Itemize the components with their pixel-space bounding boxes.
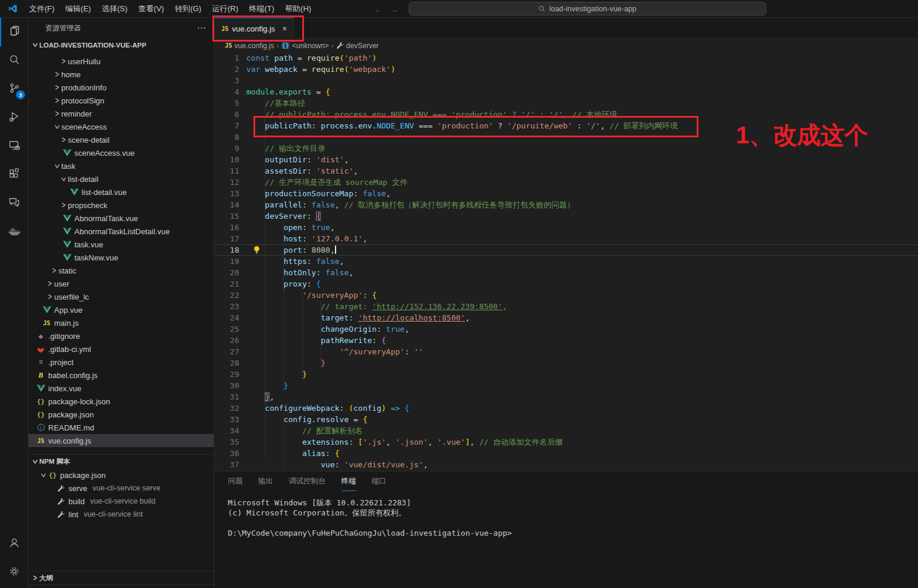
code-line-30[interactable]: 30 }	[215, 380, 918, 391]
tree-item-.gitlab-ci.yml[interactable]: .gitlab-ci.yml	[29, 342, 214, 356]
menu-item[interactable]: 选择(S)	[96, 0, 133, 18]
code-line-25[interactable]: 25 changeOrigin: true,	[215, 323, 918, 335]
tree-item-AbnormalTask.vue[interactable]: AbnormalTask.vue	[29, 212, 214, 225]
code-line-27[interactable]: 27 '^/surveryApp': ''	[215, 346, 918, 357]
code-line-9[interactable]: 9 // 输出文件目录	[215, 143, 918, 154]
code-line-28[interactable]: 28 }	[215, 357, 918, 369]
code-line-3[interactable]: 3	[215, 75, 918, 86]
code-line-22[interactable]: 22 '/surveryApp': {	[215, 290, 918, 301]
tree-item-userfilelc[interactable]: >userfile_lc	[29, 290, 214, 303]
menu-item[interactable]: 运行(R)	[206, 0, 243, 18]
code-line-15[interactable]: 15 devServer: {	[215, 210, 918, 222]
code-line-5[interactable]: 5 //基本路径	[215, 98, 918, 109]
code-line-21[interactable]: 21 proxy: {	[215, 278, 918, 290]
activity-search[interactable]	[0, 46, 29, 75]
code-line-33[interactable]: 33 config.resolve = {	[215, 414, 918, 425]
tree-item-list-detail[interactable]: >list-detail	[29, 172, 214, 185]
npm-item-lint[interactable]: lintvue-cli-service lint	[29, 508, 214, 521]
npm-item-build[interactable]: buildvue-cli-service build	[29, 495, 214, 508]
code-line-37[interactable]: 37 vue: 'vue/dist/vue.js',	[215, 459, 918, 470]
menu-item[interactable]: 帮助(H)	[280, 0, 317, 18]
code-line-11[interactable]: 11 assetsDir: 'static',	[215, 165, 918, 177]
activity-docker[interactable]	[0, 218, 29, 246]
back-arrow-icon[interactable]: ←	[374, 4, 383, 14]
tree-item-home[interactable]: >home	[29, 68, 214, 81]
npm-item-package.json[interactable]: >{}package.json	[29, 468, 214, 482]
code-line-14[interactable]: 14 parallel: false, // 取消多核打包（解决打包时有多线程任…	[215, 199, 918, 210]
tree-item-babel.config.js[interactable]: Bbabel.config.js	[29, 369, 214, 382]
npm-scripts-header[interactable]: > NPM 脚本	[29, 455, 214, 468]
code-line-24[interactable]: 24 target: 'http://localhost:8500',	[215, 312, 918, 323]
close-icon[interactable]: ×	[282, 24, 287, 33]
code-line-6[interactable]: 6 // publicPath: process.env.NODE_ENV ==…	[215, 109, 918, 120]
code-line-29[interactable]: 29 }	[215, 369, 918, 380]
tree-item-index.vue[interactable]: index.vue	[29, 382, 214, 395]
tree-item-list-detail.vue[interactable]: list-detail.vue	[29, 185, 214, 199]
code-line-4[interactable]: 4module.exports = {	[215, 86, 918, 98]
activity-settings-gear[interactable]	[0, 558, 29, 587]
tree-item-taskNew.vue[interactable]: taskNew.vue	[29, 251, 214, 264]
panel-tab-端口[interactable]: 端口	[372, 471, 387, 491]
tree-item-task[interactable]: >task	[29, 159, 214, 172]
tree-item-propscheck[interactable]: >propscheck	[29, 199, 214, 212]
tree-item-package-lock.json[interactable]: {}package-lock.json	[29, 395, 214, 408]
code-editor[interactable]: 1const path = require('path')2var webpac…	[215, 52, 918, 471]
code-line-19[interactable]: 19 https: false,	[215, 256, 918, 267]
command-center-search[interactable]: load-investigation-vue-app	[409, 2, 766, 15]
activity-explorer-files[interactable]	[0, 18, 29, 46]
menu-item[interactable]: 转到(G)	[170, 0, 207, 18]
activity-source-control[interactable]: 3	[0, 75, 29, 103]
code-line-35[interactable]: 35 extensions: ['.js', '.json', '.vue'],…	[215, 436, 918, 448]
tree-item-user[interactable]: >user	[29, 277, 214, 290]
tree-item-sceneAccess[interactable]: >sceneAccess	[29, 120, 214, 133]
activity-extensions[interactable]	[0, 161, 29, 189]
breadcrumb-item-2[interactable]: devServer	[336, 42, 379, 50]
code-line-2[interactable]: 2var webpack = require('webpack')	[215, 64, 918, 75]
code-line-8[interactable]: 8	[215, 131, 918, 143]
tree-item-reminder[interactable]: >reminder	[29, 107, 214, 120]
tree-item-sceneAccess.vue[interactable]: sceneAccess.vue	[29, 146, 214, 159]
menu-item[interactable]: 文件(F)	[24, 0, 60, 18]
npm-item-serve[interactable]: servevue-cli-service serve	[29, 482, 214, 495]
menu-item[interactable]: 终端(T)	[243, 0, 280, 18]
code-line-23[interactable]: 23 // target: 'http://152.136.22.239:850…	[215, 301, 918, 312]
tree-item-produtionInfo[interactable]: >produtionInfo	[29, 81, 214, 94]
outline-section-header[interactable]: > 大纲	[29, 571, 214, 585]
code-line-17[interactable]: 17 host: '127.0.0.1',	[215, 233, 918, 244]
tree-item-protocolSign[interactable]: >protocolSign	[29, 94, 214, 107]
breadcrumb-item-1[interactable]: {}<unknown>	[281, 42, 329, 50]
tree-item-static[interactable]: >static	[29, 264, 214, 277]
code-line-1[interactable]: 1const path = require('path')	[215, 52, 918, 64]
forward-arrow-icon[interactable]: →	[390, 4, 399, 14]
tree-item-AbnormalTaskListDetail.vue[interactable]: AbnormalTaskListDetail.vue	[29, 225, 214, 238]
tree-item-vue.config.js[interactable]: JSvue.config.js	[29, 434, 214, 447]
menu-item[interactable]: 编辑(E)	[60, 0, 96, 18]
tree-item-task.vue[interactable]: task.vue	[29, 238, 214, 251]
code-line-26[interactable]: 26 pathRewrite: {	[215, 335, 918, 346]
project-section-header[interactable]: > LOAD-INVESTIGATION-VUE-APP	[29, 38, 214, 52]
code-line-16[interactable]: 16 open: true,	[215, 222, 918, 233]
tree-item-.project[interactable]: ≡.project	[29, 356, 214, 369]
code-line-36[interactable]: 36 alias: {	[215, 448, 918, 459]
terminal[interactable]: Microsoft Windows [版本 10.0.22621.2283](c…	[215, 491, 918, 538]
code-line-18[interactable]: 18 port: 8080,	[215, 244, 918, 256]
activity-account[interactable]	[0, 530, 29, 558]
code-line-13[interactable]: 13 productionSourceMap: false,	[215, 188, 918, 199]
code-line-10[interactable]: 10 outputDir: 'dist',	[215, 154, 918, 165]
tree-item-main.js[interactable]: JSmain.js	[29, 316, 214, 329]
code-line-7[interactable]: 7 publicPath: process.env.NODE_ENV === '…	[215, 120, 918, 131]
activity-remote-explorer[interactable]	[0, 132, 29, 161]
panel-tab-输出[interactable]: 输出	[258, 471, 273, 491]
tree-item-userHuilu[interactable]: >userHuilu	[29, 55, 214, 68]
code-line-20[interactable]: 20 hotOnly: false,	[215, 267, 918, 278]
code-line-32[interactable]: 32 configureWebpack: (config) => {	[215, 403, 918, 414]
tree-item-scene-detail[interactable]: >scene-detail	[29, 133, 214, 146]
tree-item-App.vue[interactable]: App.vue	[29, 303, 214, 316]
panel-tab-问题[interactable]: 问题	[228, 471, 243, 491]
code-line-34[interactable]: 34 // 配置解析别名	[215, 425, 918, 436]
more-actions-icon[interactable]: ⋯	[197, 23, 206, 33]
tab-vue-config-js[interactable]: JS vue.config.js ×	[215, 18, 294, 39]
tree-item-.gitignore[interactable]: ◆.gitignore	[29, 329, 214, 342]
panel-tab-终端[interactable]: 终端	[341, 471, 356, 491]
code-line-12[interactable]: 12 // 生产环境是否生成 sourceMap 文件	[215, 177, 918, 188]
